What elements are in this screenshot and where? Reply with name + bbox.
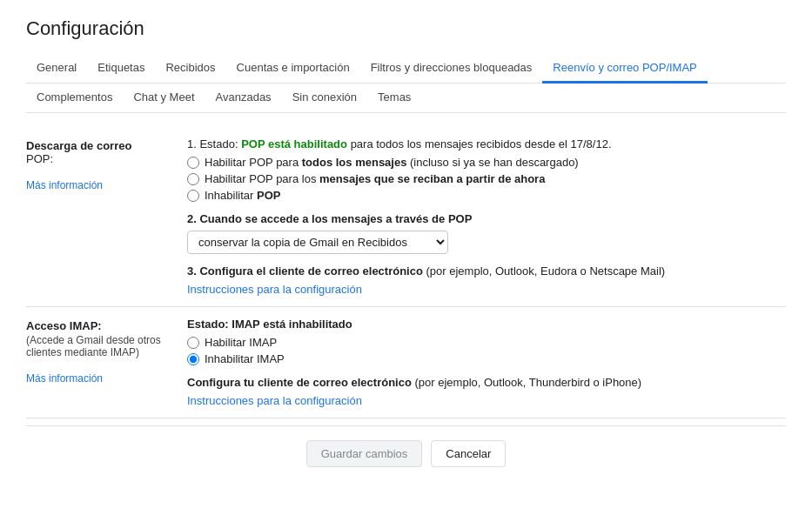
pop-all-suffix: (incluso si ya se han descargado) bbox=[406, 156, 578, 169]
pop-sub3-bold: 3. Configura el cliente de correo electr… bbox=[187, 264, 423, 278]
imap-radio-enable-input[interactable] bbox=[187, 337, 199, 349]
pop-subsection3: 3. Configura el cliente de correo electr… bbox=[187, 264, 786, 296]
pop-radio-all-input[interactable] bbox=[187, 157, 199, 169]
imap-radio-disable[interactable]: Inhabilitar IMAP bbox=[187, 352, 786, 365]
pop-radio-from-now-input[interactable] bbox=[187, 173, 199, 185]
tab-general[interactable]: General bbox=[26, 54, 87, 84]
tab-complementos[interactable]: Complementos bbox=[26, 84, 123, 113]
imap-config-bold: Configura tu cliente de correo electróni… bbox=[187, 376, 412, 389]
imap-enable-label: Habilitar IMAP bbox=[205, 336, 277, 349]
pop-label: Descarga de correo POP: Más información bbox=[26, 137, 187, 296]
imap-label: Acceso IMAP: (Accede a Gmail desde otros… bbox=[26, 318, 187, 407]
pop-disable-bold: POP bbox=[253, 189, 280, 202]
imap-disable-label: Inhabilitar IMAP bbox=[205, 352, 285, 365]
tab-chat[interactable]: Chat y Meet bbox=[123, 84, 205, 113]
save-button[interactable]: Guardar cambios bbox=[306, 440, 423, 467]
tab-etiquetas[interactable]: Etiquetas bbox=[87, 54, 155, 84]
imap-config-link[interactable]: Instrucciones para la configuración bbox=[187, 394, 362, 407]
imap-body: Estado: IMAP está inhabilitado Habilitar… bbox=[187, 318, 786, 407]
pop-label-line1: Descarga de correo bbox=[26, 139, 178, 152]
tab-avanzadas[interactable]: Avanzadas bbox=[205, 84, 282, 113]
tab-temas[interactable]: Temas bbox=[367, 84, 421, 113]
pop-fromnow-bold: mensajes que se reciban a partir de ahor… bbox=[319, 172, 545, 185]
pop-status-prefix: 1. Estado: bbox=[187, 137, 241, 151]
imap-config-title: Configura tu cliente de correo electróni… bbox=[187, 376, 786, 389]
pop-label-line2: POP: bbox=[26, 152, 53, 165]
imap-config-normal: (por ejemplo, Outlook, Thunderbird o iPh… bbox=[412, 376, 641, 389]
pop-fromnow-prefix: Habilitar POP para los bbox=[205, 172, 319, 185]
imap-label-desc: (Accede a Gmail desde otros clientes med… bbox=[26, 334, 178, 358]
pop-sub2-title: 2. Cuando se accede a los mensajes a tra… bbox=[187, 212, 786, 225]
pop-more-info-link[interactable]: Más información bbox=[26, 179, 103, 191]
secondary-nav: Complementos Chat y Meet Avanzadas Sin c… bbox=[26, 84, 786, 113]
pop-all-bold: todos los mensajes bbox=[302, 156, 407, 169]
imap-more-info-link[interactable]: Más información bbox=[26, 372, 103, 385]
pop-section: Descarga de correo POP: Más información … bbox=[26, 127, 786, 307]
tab-sin-conexion[interactable]: Sin conexión bbox=[282, 84, 367, 113]
pop-radio-from-now[interactable]: Habilitar POP para los mensajes que se r… bbox=[187, 172, 786, 185]
imap-label-line1: Acceso IMAP: bbox=[26, 319, 178, 332]
tab-recibidos[interactable]: Recibidos bbox=[155, 54, 225, 84]
primary-nav: General Etiquetas Recibidos Cuentas e im… bbox=[26, 54, 786, 84]
pop-status-line: 1. Estado: POP está habilitado para todo… bbox=[187, 137, 786, 151]
imap-radio-enable[interactable]: Habilitar IMAP bbox=[187, 336, 786, 349]
pop-radio-disable[interactable]: Inhabilitar POP bbox=[187, 189, 786, 202]
pop-subsection2: 2. Cuando se accede a los mensajes a tra… bbox=[187, 212, 786, 254]
pop-radio-all[interactable]: Habilitar POP para todos los mensajes (i… bbox=[187, 156, 786, 169]
pop-sub3-normal: (por ejemplo, Outlook, Eudora o Netscape… bbox=[423, 264, 665, 278]
pop-all-prefix: Habilitar POP para bbox=[205, 156, 302, 169]
tab-reenvio[interactable]: Reenvío y correo POP/IMAP bbox=[542, 54, 707, 84]
pop-sub3-title: 3. Configura el cliente de correo electr… bbox=[187, 264, 786, 278]
imap-status: Estado: IMAP está inhabilitado bbox=[187, 318, 786, 331]
pop-status-enabled: POP está habilitado bbox=[241, 137, 347, 151]
pop-disable-prefix: Inhabilitar bbox=[205, 189, 253, 202]
tab-cuentas[interactable]: Cuentas e importación bbox=[226, 54, 360, 84]
pop-radio-disable-input[interactable] bbox=[187, 190, 199, 202]
pop-config-link[interactable]: Instrucciones para la configuración bbox=[187, 283, 362, 296]
imap-radio-group: Habilitar IMAP Inhabilitar IMAP bbox=[187, 336, 786, 365]
imap-radio-disable-input[interactable] bbox=[187, 353, 199, 365]
pop-body: 1. Estado: POP está habilitado para todo… bbox=[187, 137, 786, 296]
pop-action-select[interactable]: conservar la copia de Gmail en Recibidos… bbox=[187, 231, 448, 254]
imap-section: Acceso IMAP: (Accede a Gmail desde otros… bbox=[26, 307, 786, 418]
imap-subsection-config: Configura tu cliente de correo electróni… bbox=[187, 376, 786, 407]
tab-filtros[interactable]: Filtros y direcciones bloqueadas bbox=[360, 54, 543, 84]
pop-status-suffix: para todos los mensajes recibidos desde … bbox=[347, 137, 612, 151]
pop-radio-group: Habilitar POP para todos los mensajes (i… bbox=[187, 156, 786, 202]
cancel-button[interactable]: Cancelar bbox=[431, 440, 506, 467]
page-title: Configuración bbox=[26, 17, 786, 40]
footer: Guardar cambios Cancelar bbox=[26, 425, 786, 481]
